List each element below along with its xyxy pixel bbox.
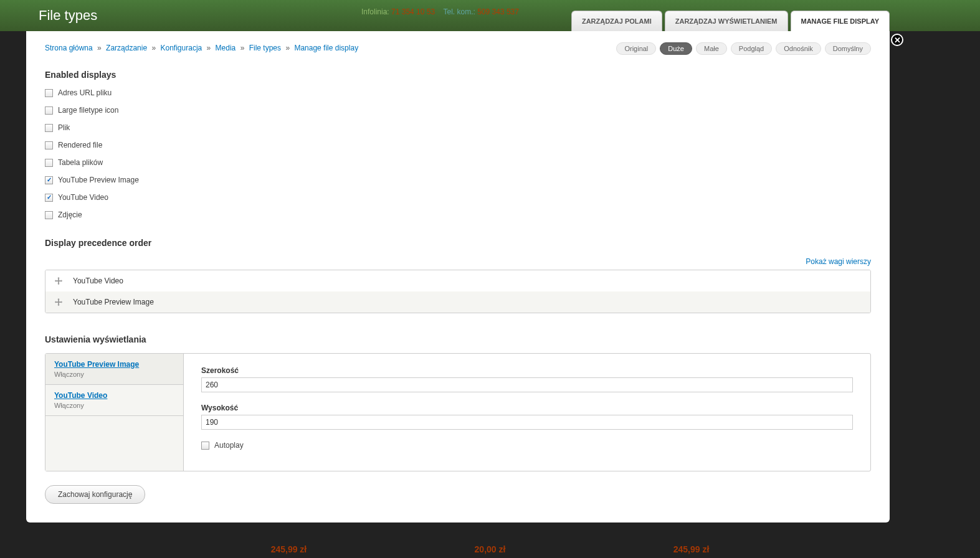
- vertical-tabs-list: YouTube Preview Image Włączony YouTube V…: [45, 354, 184, 471]
- show-row-weights-link[interactable]: Pokaż wagi wierszy: [806, 257, 871, 266]
- height-label: Wysokość: [201, 404, 853, 412]
- checkbox[interactable]: [45, 211, 53, 219]
- secondary-tabs: Original Duże Małe Podgląd Odnośnik Domy…: [616, 42, 871, 55]
- page-title: File types: [39, 7, 571, 31]
- width-input[interactable]: [201, 377, 853, 392]
- display-option-youtube-video: YouTube Video: [45, 193, 871, 202]
- width-label: Szerokość: [201, 366, 853, 375]
- subtab-domyslny[interactable]: Domyślny: [825, 42, 871, 55]
- tab-manage-file-display[interactable]: Manage file display: [791, 11, 890, 32]
- close-overlay-button[interactable]: ✕: [891, 34, 903, 46]
- checkbox[interactable]: [45, 176, 53, 184]
- drag-handle-icon[interactable]: [54, 298, 63, 306]
- precedence-row-label: YouTube Video: [73, 277, 123, 285]
- breadcrumb-link[interactable]: Media: [216, 44, 236, 52]
- display-settings-heading: Ustawienia wyświetlania: [45, 334, 871, 344]
- breadcrumb-link[interactable]: Zarządzanie: [106, 44, 147, 52]
- vtab-youtube-video[interactable]: YouTube Video Włączony: [45, 385, 183, 416]
- precedence-row-label: YouTube Preview Image: [73, 298, 154, 306]
- checkbox[interactable]: [45, 106, 53, 115]
- precedence-heading: Display precedence order: [45, 238, 871, 248]
- subtab-odnosnik[interactable]: Odnośnik: [776, 42, 821, 55]
- autoplay-checkbox[interactable]: [201, 442, 209, 450]
- field-width: Szerokość: [201, 366, 853, 392]
- checkbox-label: YouTube Video: [58, 193, 108, 202]
- checkbox-label: YouTube Preview Image: [58, 176, 139, 184]
- admin-overlay: ✕ File types Zarządzaj polami Zarządzaj …: [26, 0, 890, 558]
- subtab-duze[interactable]: Duże: [660, 42, 692, 55]
- precedence-row[interactable]: YouTube Video: [45, 270, 870, 291]
- height-input[interactable]: [201, 415, 853, 430]
- breadcrumb-link[interactable]: Strona główna: [45, 44, 93, 52]
- display-option-tabela-plikow: Tabela plików: [45, 158, 871, 167]
- tab-zarzadzaj-polami[interactable]: Zarządzaj polami: [571, 11, 662, 31]
- checkbox-label: Rendered file: [58, 141, 102, 149]
- vtab-youtube-preview[interactable]: YouTube Preview Image Włączony: [45, 354, 183, 385]
- content-panel: Original Duże Małe Podgląd Odnośnik Domy…: [26, 31, 890, 523]
- enabled-displays-heading: Enabled displays: [45, 70, 871, 80]
- checkbox[interactable]: [45, 159, 53, 167]
- checkbox[interactable]: [45, 89, 53, 97]
- primary-tabs: Zarządzaj polami Zarządzaj wyświetlaniem…: [571, 11, 890, 31]
- field-height: Wysokość: [201, 404, 853, 430]
- save-configuration-button[interactable]: Zachowaj konfigurację: [45, 485, 145, 504]
- tab-zarzadzaj-wyswietlaniem[interactable]: Zarządzaj wyświetlaniem: [665, 11, 788, 31]
- autoplay-label: Autoplay: [214, 441, 244, 450]
- display-settings-section: Ustawienia wyświetlania YouTube Preview …: [45, 334, 871, 471]
- checkbox-label: Adres URL pliku: [58, 88, 112, 97]
- subtab-original[interactable]: Original: [616, 42, 656, 55]
- vtab-title: YouTube Video: [54, 391, 174, 400]
- subtab-podglad[interactable]: Podgląd: [731, 42, 772, 55]
- checkbox-label: Large filetype icon: [58, 106, 118, 115]
- display-option-zdjecie: Zdjęcie: [45, 210, 871, 219]
- vtab-summary: Włączony: [54, 371, 174, 378]
- breadcrumb-link[interactable]: Konfiguracja: [161, 44, 202, 52]
- subtab-male[interactable]: Małe: [696, 42, 727, 55]
- vtab-summary: Włączony: [54, 402, 174, 409]
- checkbox-label: Tabela plików: [58, 158, 103, 167]
- display-option-adres-url: Adres URL pliku: [45, 88, 871, 97]
- display-option-large-icon: Large filetype icon: [45, 106, 871, 115]
- checkbox-label: Plik: [58, 123, 70, 132]
- overlay-header: File types Zarządzaj polami Zarządzaj wy…: [26, 0, 890, 31]
- vtab-title: YouTube Preview Image: [54, 360, 174, 369]
- checkbox[interactable]: [45, 141, 53, 149]
- display-option-rendered-file: Rendered file: [45, 141, 871, 149]
- precedence-table: YouTube Video YouTube Preview Image: [45, 270, 871, 313]
- breadcrumb-link[interactable]: File types: [249, 44, 281, 52]
- precedence-row[interactable]: YouTube Preview Image: [45, 291, 870, 313]
- checkbox-label: Zdjęcie: [58, 210, 82, 219]
- show-weights-wrapper: Pokaż wagi wierszy: [45, 257, 871, 266]
- precedence-section: Display precedence order Pokaż wagi wier…: [45, 238, 871, 313]
- drag-handle-icon[interactable]: [54, 277, 63, 285]
- field-autoplay: Autoplay: [201, 441, 853, 450]
- breadcrumb-link[interactable]: Manage file display: [294, 44, 358, 52]
- display-option-plik: Plik: [45, 123, 871, 132]
- checkbox[interactable]: [45, 124, 53, 132]
- vertical-tabs-content: Szerokość Wysokość Autoplay: [184, 354, 870, 471]
- checkbox[interactable]: [45, 194, 53, 202]
- display-option-youtube-preview: YouTube Preview Image: [45, 176, 871, 184]
- vertical-tabs: YouTube Preview Image Włączony YouTube V…: [45, 353, 871, 471]
